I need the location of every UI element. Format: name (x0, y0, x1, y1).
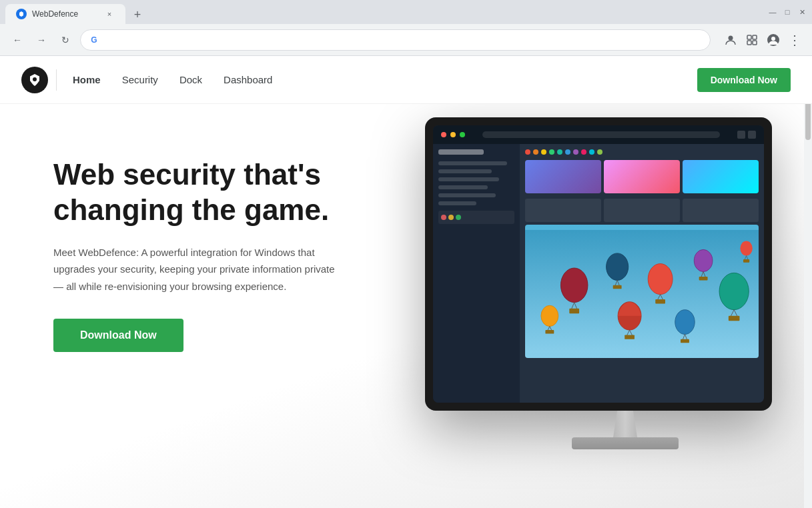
browser-window: WebDefence × + — □ ✕ ← → ↻ G (0, 0, 812, 508)
monitor-screen (433, 125, 764, 403)
site-nav-links: Home Security Dock Dashboard (73, 74, 272, 85)
screen-sidebar (433, 144, 520, 403)
title-bar: WebDefence × + — □ ✕ (0, 0, 812, 24)
nav-security[interactable]: Security (122, 74, 158, 85)
screen-card-1 (525, 160, 601, 193)
svg-rect-28 (699, 277, 708, 281)
puzzle-icon[interactable] (743, 31, 761, 49)
screen-card-2 (604, 160, 680, 193)
svg-point-6 (771, 37, 775, 41)
site-navbar: Home Security Dock Dashboard Download No… (0, 56, 812, 104)
hero-headline: Web security that's changing the game. (53, 157, 347, 228)
hero-download-button[interactable]: Download Now (53, 319, 183, 352)
svg-rect-3 (747, 41, 751, 45)
hero-description: Meet WebDefence: A powerful integration … (53, 244, 347, 295)
screen-body (433, 144, 764, 403)
svg-point-7 (33, 77, 37, 81)
svg-rect-38 (545, 330, 554, 334)
svg-rect-1 (747, 35, 751, 39)
svg-rect-4 (753, 41, 757, 45)
browser-actions: ⋮ (721, 31, 804, 49)
screen-dot-yellow (450, 132, 456, 137)
nav-dashboard[interactable]: Dashboard (224, 74, 272, 85)
hero-text: Web security that's changing the game. M… (53, 144, 347, 352)
new-tab-button[interactable]: + (128, 5, 147, 24)
color-dots-row (525, 149, 759, 155)
address-input-wrap[interactable]: G (80, 29, 711, 51)
navbar-download-button[interactable]: Download Now (697, 68, 791, 92)
address-bar: ← → ↻ G (0, 24, 812, 56)
tab-close-button[interactable]: × (104, 9, 115, 19)
refresh-button[interactable]: ↻ (56, 31, 75, 49)
person-icon[interactable] (721, 31, 740, 49)
nav-divider (56, 69, 57, 91)
hero-section: Web security that's changing the game. M… (0, 104, 812, 508)
browser-scrollbar[interactable] (804, 56, 812, 508)
monitor-illustration (425, 117, 812, 504)
monitor-stand-base (572, 437, 679, 449)
maximize-button[interactable]: □ (783, 7, 792, 17)
svg-point-0 (729, 35, 733, 40)
screen-image-cards (525, 160, 759, 193)
svg-rect-52 (743, 259, 749, 263)
close-window-button[interactable]: ✕ (797, 7, 807, 17)
screen-dot-red (441, 132, 446, 137)
menu-icon[interactable]: ⋮ (785, 31, 804, 49)
tab-strip: WebDefence × + (5, 0, 765, 24)
svg-rect-33 (729, 316, 740, 321)
google-g-icon: G (89, 35, 99, 45)
hero-headline-line1: Web security that's (53, 158, 321, 191)
nav-dock[interactable]: Dock (179, 74, 202, 85)
screen-card-3 (683, 160, 759, 193)
webpage: Home Security Dock Dashboard Download No… (0, 56, 812, 508)
screen-main (520, 144, 764, 403)
address-input[interactable] (105, 35, 702, 45)
hero-headline-line2: changing the game. (53, 193, 329, 226)
window-controls: — □ ✕ (768, 7, 807, 17)
forward-button[interactable]: → (32, 31, 51, 49)
back-button[interactable]: ← (8, 31, 27, 49)
svg-rect-2 (753, 35, 757, 39)
account-icon[interactable] (764, 31, 783, 49)
svg-point-49 (740, 241, 752, 255)
svg-rect-13 (569, 309, 579, 313)
screen-dot-green (460, 132, 465, 137)
monitor-outer (425, 117, 772, 411)
active-tab[interactable]: WebDefence × (5, 4, 125, 24)
nav-home[interactable]: Home (73, 74, 101, 85)
monitor-stand-neck (605, 411, 645, 437)
svg-rect-43 (625, 335, 635, 339)
balloon-scene (525, 225, 759, 358)
svg-rect-48 (681, 339, 689, 343)
screen-topbar (433, 125, 764, 144)
site-logo (21, 67, 48, 93)
svg-rect-23 (655, 299, 665, 303)
minimize-button[interactable]: — (768, 7, 777, 17)
tab-favicon (16, 9, 27, 19)
svg-rect-18 (613, 285, 622, 289)
tab-title: WebDefence (32, 9, 99, 19)
